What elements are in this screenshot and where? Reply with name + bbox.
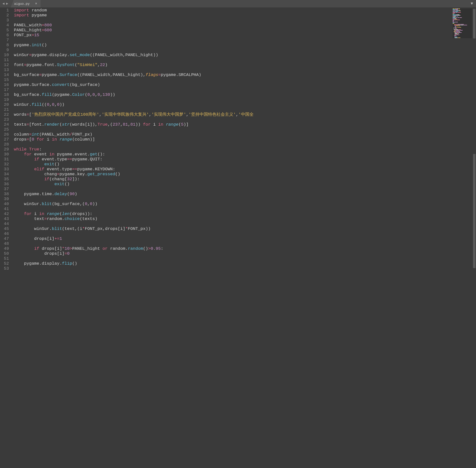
line-number: 18 [0,92,11,97]
code-line [14,48,476,53]
code-line: texts=[font.render(str(words[i]),True,(2… [14,122,476,127]
line-number: 15 [0,77,11,82]
code-line [14,221,476,226]
line-number: 22 [0,112,11,117]
line-number: 23 [0,117,11,122]
code-line: pygame.init() [14,43,476,48]
toolbar: ◄ ► aiguo.py × ▼ [0,0,476,7]
nav-forward-icon[interactable]: ► [6,2,8,6]
line-number: 3 [0,18,11,23]
code-line: import pygame [14,13,476,18]
code-line [14,117,476,122]
code-line [14,142,476,147]
code-line [14,97,476,102]
code-line: PANEL_width=800 [14,23,476,28]
line-number: 33 [0,167,11,172]
code-line [14,241,476,246]
line-number: 40 [0,202,11,207]
code-line [14,87,476,92]
file-tab[interactable]: aiguo.py × [11,0,41,7]
line-number: 44 [0,221,11,226]
line-number: 30 [0,152,11,157]
line-number: 50 [0,251,11,256]
vertical-scrollbar[interactable] [473,7,476,468]
line-number: 2 [0,13,11,18]
line-number: 34 [0,172,11,177]
code-line: import random [14,8,476,13]
line-number: 29 [0,147,11,152]
line-number: 46 [0,231,11,236]
code-line: if event.type==pygame.QUIT: [14,157,476,162]
line-number: 13 [0,68,11,72]
line-number: 16 [0,82,11,87]
line-number: 52 [0,261,11,266]
scrollbar-thumb[interactable] [473,9,476,38]
line-number: 21 [0,107,11,112]
code-line: elif event.type==pygame.KEYDOWN: [14,167,476,172]
code-line [14,207,476,212]
line-number: 6 [0,33,11,38]
code-line [14,38,476,43]
code-line: winSur.blit(text,(i*FONT_px,drops[i]*FON… [14,226,476,231]
code-line: winSur.fill((0,0,0)) [14,102,476,107]
code-line [14,187,476,192]
line-number: 10 [0,53,11,58]
line-number: 12 [0,63,11,68]
code-line [14,231,476,236]
code-line: text=random.choice(texts) [14,216,476,221]
line-number: 24 [0,122,11,127]
code-line: if(chang[32]): [14,177,476,182]
line-number: 25 [0,127,11,132]
code-area[interactable]: import randomimport pygamePANEL_width=80… [11,7,476,468]
line-number: 39 [0,197,11,202]
line-number: 41 [0,207,11,212]
line-number: 27 [0,137,11,142]
nav-back-icon[interactable]: ◄ [2,2,4,6]
line-number: 20 [0,102,11,107]
code-line [14,68,476,72]
code-line: FONT_px=15 [14,33,476,38]
line-number: 11 [0,58,11,63]
line-number: 49 [0,246,11,251]
line-number: 31 [0,157,11,162]
code-line: pygame.Surface.convert(bg_surface) [14,82,476,87]
minimap[interactable] [453,8,472,38]
code-line [14,18,476,23]
line-number: 51 [0,256,11,261]
code-line: bg_surface.fill(pygame.Color(0,0,0,130)) [14,92,476,97]
line-number: 42 [0,212,11,216]
code-line: pygame.display.flip() [14,261,476,266]
line-number: 38 [0,192,11,197]
code-line: words=['热烈庆祝中国共产党成立100周年','实现中华民族伟大复兴','… [14,112,476,117]
tab-menu-icon[interactable]: ▼ [468,0,476,7]
code-line: for i in range(len(drops)): [14,212,476,216]
line-number: 8 [0,43,11,48]
code-line: winSur=pygame.display.set_mode((PANEL_wi… [14,53,476,58]
code-line: column=int(PANEL_width/FONT_px) [14,132,476,137]
code-line: pygame.time.delay(90) [14,192,476,197]
code-line: drops[i]=0 [14,251,476,256]
code-line [14,266,476,271]
tab-filename: aiguo.py [14,2,30,6]
line-number: 36 [0,182,11,187]
code-line [14,256,476,261]
line-number: 14 [0,72,11,77]
line-number: 7 [0,38,11,43]
code-line: drops[i]+=1 [14,236,476,241]
code-line: if drops[i]*10>PANEL_hight or random.ran… [14,246,476,251]
line-number: 17 [0,87,11,92]
code-line: font=pygame.font.SysFont("SimHei",22) [14,63,476,68]
code-line: chang=pygame.key.get_pressed() [14,172,476,177]
code-line [14,127,476,132]
line-number: 19 [0,97,11,102]
code-line: winSur.blit(bg_surface,(0,0)) [14,202,476,207]
tab-close-icon[interactable]: × [35,2,37,6]
line-number: 9 [0,48,11,53]
scrollbar-thumb-2[interactable] [473,154,476,268]
code-line: drops=[0 for i in range(column)] [14,137,476,142]
line-number: 45 [0,226,11,231]
code-line: for event in pygame.event.get(): [14,152,476,157]
code-line: exit() [14,182,476,187]
code-line: exit() [14,162,476,167]
line-number: 48 [0,241,11,246]
